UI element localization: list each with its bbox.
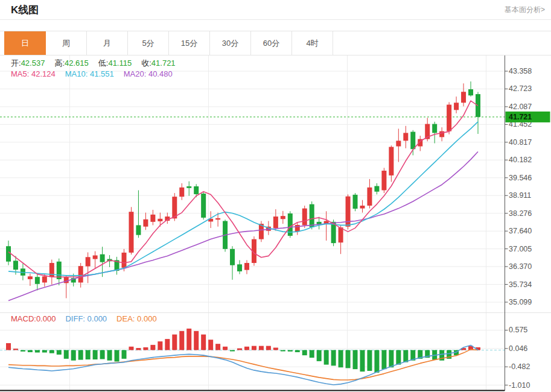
- macd-bar: [186, 329, 191, 350]
- macd-bar: [346, 350, 351, 368]
- price-tick-label: 35.734: [509, 280, 532, 289]
- candle-up: [215, 218, 220, 220]
- macd-bar: [223, 347, 228, 350]
- candle-up: [396, 141, 401, 146]
- macd-bar: [310, 350, 314, 358]
- macd-bar: [230, 350, 235, 352]
- macd-bar: [35, 350, 40, 353]
- candle-up: [158, 219, 162, 221]
- macd-bar: [172, 335, 177, 350]
- macd-bar: [273, 347, 278, 350]
- candle-down: [201, 194, 206, 218]
- macd-bar: [237, 349, 242, 350]
- macd-bar: [64, 350, 69, 359]
- price-tick-label: 36.370: [509, 262, 532, 271]
- macd-bar: [266, 346, 271, 350]
- tab-周[interactable]: 周: [46, 31, 87, 55]
- price-tick-label: 38.911: [509, 191, 531, 200]
- price-tick-label: 40.182: [509, 156, 532, 164]
- macd-bar: [57, 350, 62, 355]
- candle-up: [143, 220, 148, 227]
- candle-up: [389, 147, 393, 175]
- candlestick-chart[interactable]: 43.35842.72342.08741.45240.81740.18239.5…: [0, 55, 551, 391]
- macd-bar: [107, 350, 112, 361]
- candle-down: [136, 225, 141, 235]
- macd-bar: [158, 341, 162, 350]
- candle-up: [150, 215, 155, 222]
- candle-down: [374, 186, 379, 192]
- timeframe-tab-bar: 日周月5分15分30分60分4时: [0, 31, 551, 55]
- tab-15分[interactable]: 15分: [169, 31, 210, 55]
- macd-bar: [165, 339, 170, 350]
- macd-bar: [353, 350, 358, 370]
- tab-4时[interactable]: 4时: [292, 31, 333, 55]
- page-title: K线图: [11, 3, 39, 17]
- macd-bar: [150, 345, 155, 350]
- macd-tick-label: -0.482: [509, 362, 530, 371]
- candle-down: [230, 249, 235, 265]
- price-tick-label: 40.817: [509, 138, 532, 147]
- tab-30分[interactable]: 30分: [210, 31, 251, 55]
- price-tick-label: 37.005: [509, 245, 532, 253]
- candle-up: [78, 266, 83, 282]
- macd-bar: [324, 350, 329, 365]
- macd-bar: [93, 350, 98, 360]
- candle-down: [6, 246, 11, 262]
- macd-bar: [360, 350, 365, 372]
- macd-bar: [115, 350, 119, 362]
- candle-down: [410, 132, 415, 150]
- macd-bar: [194, 331, 199, 350]
- candle-down: [35, 277, 40, 284]
- macd-bar: [403, 350, 408, 362]
- candle-down: [194, 186, 199, 194]
- macd-bar: [136, 348, 141, 350]
- candle-up: [302, 209, 307, 226]
- tab-60分[interactable]: 60分: [251, 31, 292, 55]
- price-tick-label: 42.087: [509, 103, 532, 111]
- macd-bar: [215, 344, 220, 350]
- candle-down: [13, 261, 18, 270]
- candle-up: [367, 188, 372, 206]
- macd-tick-label: 0.046: [509, 344, 527, 353]
- macd-bar: [201, 335, 206, 350]
- fundamental-analysis-link[interactable]: 基本面分析>: [505, 5, 545, 15]
- macd-bar: [339, 350, 343, 368]
- macd-bar: [13, 349, 18, 350]
- macd-bar: [295, 350, 300, 352]
- macd-bar: [396, 350, 401, 365]
- macd-bar: [122, 350, 127, 359]
- macd-bar: [389, 350, 393, 368]
- candle-up: [381, 171, 386, 190]
- macd-bar: [244, 347, 249, 350]
- kline-chart-area: 43.35842.72342.08741.45240.81740.18239.5…: [0, 55, 551, 391]
- macd-bar: [100, 350, 105, 359]
- candle-up: [42, 276, 47, 282]
- candle-down: [186, 186, 191, 188]
- price-tick-label: 39.546: [509, 174, 532, 182]
- candle-down: [353, 195, 358, 209]
- candle-up: [93, 256, 98, 259]
- tab-5分[interactable]: 5分: [128, 31, 169, 55]
- tab-日[interactable]: 日: [4, 31, 46, 55]
- macd-bar: [129, 347, 133, 350]
- candle-up: [172, 197, 177, 218]
- candle-down: [432, 124, 437, 133]
- candle-up: [360, 206, 365, 209]
- tab-月[interactable]: 月: [87, 31, 128, 55]
- page-header: K线图 基本面分析>: [0, 0, 551, 20]
- candle-up: [454, 103, 459, 110]
- price-tick-label: 37.640: [509, 227, 532, 235]
- macd-bar: [21, 350, 25, 352]
- candle-up: [244, 263, 249, 270]
- candle-up: [28, 276, 33, 279]
- price-tick-label: 43.358: [509, 67, 532, 75]
- macd-tick-label: 0.575: [509, 326, 527, 334]
- macd-tick-label: -1.010: [509, 381, 530, 390]
- macd-bar: [86, 350, 91, 360]
- candle-up: [339, 227, 343, 242]
- price-tick-label: 38.276: [509, 209, 532, 218]
- candle-up: [447, 105, 451, 131]
- candle-up: [281, 216, 285, 219]
- macd-bar: [374, 350, 379, 373]
- macd-bar: [288, 350, 293, 352]
